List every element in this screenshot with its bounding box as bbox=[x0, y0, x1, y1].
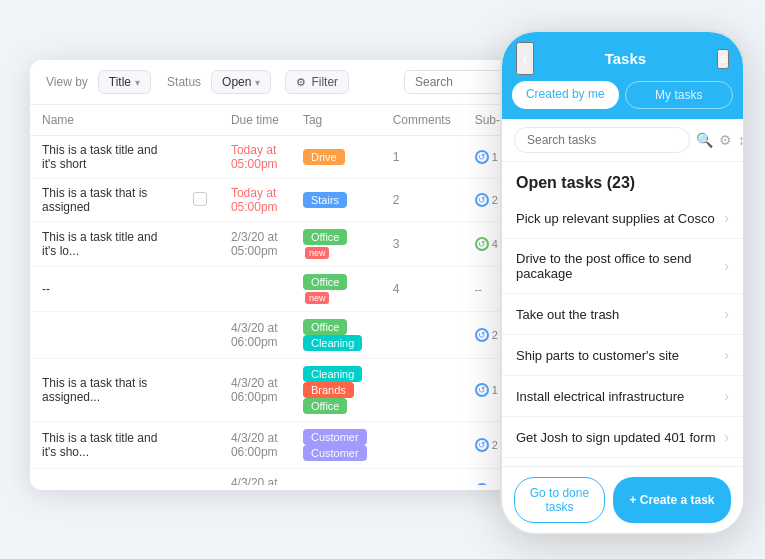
task-checkbox-cell bbox=[181, 359, 219, 422]
task-tags: Stairs bbox=[291, 179, 381, 222]
filter-icon-mobile[interactable]: ⚙ bbox=[719, 132, 732, 148]
comments-count bbox=[381, 422, 463, 469]
desktop-panel: View by Title ▾ Status Open ▾ ⚙ Filter N… bbox=[30, 60, 540, 490]
list-item[interactable]: Drive to the post office to send pacakag… bbox=[502, 239, 743, 294]
task-name: This is a task title and it's sho... bbox=[30, 422, 181, 469]
subtask-icon: ↺ bbox=[475, 438, 489, 452]
list-item[interactable]: Take out the trash› bbox=[502, 294, 743, 335]
task-checkbox-cell bbox=[181, 469, 219, 486]
list-item[interactable]: Install electrical infrastructure› bbox=[502, 376, 743, 417]
new-badge: new bbox=[305, 292, 330, 304]
list-item[interactable]: This is a task title and it's short› bbox=[502, 458, 743, 466]
task-checkbox-cell bbox=[181, 267, 219, 312]
table-row[interactable]: This is a task title and it's shortToday… bbox=[30, 136, 540, 179]
task-tags: Drive bbox=[291, 136, 381, 179]
mobile-search-input[interactable] bbox=[514, 127, 690, 153]
task-label: Ship parts to customer's site bbox=[516, 348, 724, 363]
task-checkbox-cell bbox=[181, 179, 219, 222]
comments-count: 2 bbox=[381, 179, 463, 222]
table-row[interactable]: This is a task title and it's lo...2/3/2… bbox=[30, 222, 540, 267]
tag-pill: Customer bbox=[303, 429, 367, 445]
tag-pill: Customer bbox=[303, 445, 367, 461]
due-time bbox=[219, 267, 291, 312]
subtask-icon: ↺ bbox=[475, 237, 489, 251]
chevron-right-icon: › bbox=[724, 258, 729, 274]
list-item[interactable]: Get Josh to sign updated 401 form› bbox=[502, 417, 743, 458]
tag-pill: Office bbox=[303, 319, 348, 335]
create-task-button[interactable]: + Create a task bbox=[613, 477, 731, 523]
menu-button[interactable]: ≡ bbox=[717, 49, 729, 69]
task-tags: Officenew bbox=[291, 222, 381, 267]
view-by-label: View by bbox=[46, 75, 88, 89]
status-dropdown[interactable]: Open ▾ bbox=[211, 70, 271, 94]
filter-icon: ⚙ bbox=[296, 76, 306, 89]
task-label: Take out the trash bbox=[516, 307, 724, 322]
chevron-right-icon: › bbox=[724, 210, 729, 226]
subtask-icon: ↺ bbox=[475, 483, 489, 485]
tag-pill: Drive bbox=[303, 149, 345, 165]
comments-count: 1 bbox=[381, 136, 463, 179]
phone-footer: Go to done tasks + Create a task bbox=[502, 466, 743, 533]
search-bar: 🔍 ⚙ ↕ ⇅ bbox=[502, 119, 743, 162]
title-dropdown[interactable]: Title ▾ bbox=[98, 70, 151, 94]
back-button[interactable]: ‹ bbox=[516, 42, 534, 75]
chevron-right-icon: › bbox=[724, 429, 729, 445]
task-name: Even more tasks title bbox=[30, 469, 181, 486]
table-row[interactable]: 4/3/20 at 06:00pmOfficeCleaning↺2 / 6 bbox=[30, 312, 540, 359]
list-item[interactable]: Ship parts to customer's site› bbox=[502, 335, 743, 376]
chevron-right-icon: › bbox=[724, 306, 729, 322]
task-checkbox-cell bbox=[181, 312, 219, 359]
comments-count: 6 bbox=[381, 469, 463, 486]
col-tag: Tag bbox=[291, 105, 381, 136]
list-item[interactable]: Pick up relevant supplies at Cosco› bbox=[502, 198, 743, 239]
task-name: -- bbox=[30, 267, 181, 312]
table-row[interactable]: This is a task title and it's sho...4/3/… bbox=[30, 422, 540, 469]
filter-button[interactable]: ⚙ Filter bbox=[285, 70, 349, 94]
table-row[interactable]: This is a task that is assigned...4/3/20… bbox=[30, 359, 540, 422]
col-due: Due time bbox=[219, 105, 291, 136]
toolbar: View by Title ▾ Status Open ▾ ⚙ Filter bbox=[30, 60, 540, 105]
due-time: 4/3/20 at 06:00pm bbox=[219, 469, 291, 486]
task-tags: -- bbox=[291, 469, 381, 486]
tag-pill: Office bbox=[303, 229, 348, 245]
task-label: Pick up relevant supplies at Cosco bbox=[516, 211, 724, 226]
table-row[interactable]: Even more tasks title4/3/20 at 06:00pm--… bbox=[30, 469, 540, 486]
task-checkbox[interactable] bbox=[193, 192, 207, 206]
subtask-icon: ↺ bbox=[475, 328, 489, 342]
task-name: This is a task title and it's lo... bbox=[30, 222, 181, 267]
tag-pill: Brands bbox=[303, 382, 354, 398]
subtask-icon: ↺ bbox=[475, 150, 489, 164]
phone-wrapper: ‹ Tasks ≡ Created by me My tasks 🔍 ⚙ ↕ ⇅… bbox=[500, 30, 745, 540]
subtask-icon: ↺ bbox=[475, 193, 489, 207]
task-checkbox-cell bbox=[181, 136, 219, 179]
chevron-right-icon: › bbox=[724, 347, 729, 363]
chevron-right-icon: › bbox=[724, 388, 729, 404]
subtask-icon: ↺ bbox=[475, 383, 489, 397]
col-comments: Comments bbox=[381, 105, 463, 136]
tab-my-tasks[interactable]: My tasks bbox=[625, 81, 734, 109]
task-tags: CustomerCustomer bbox=[291, 422, 381, 469]
sort-icon[interactable]: ↕ bbox=[738, 132, 743, 148]
search-icon[interactable]: 🔍 bbox=[696, 132, 713, 148]
comments-count bbox=[381, 359, 463, 422]
phone-header: ‹ Tasks ≡ bbox=[502, 32, 743, 75]
open-tasks-header: Open tasks (23) bbox=[502, 162, 743, 198]
due-time: 4/3/20 at 06:00pm bbox=[219, 359, 291, 422]
task-tags: CleaningBrandsOffice bbox=[291, 359, 381, 422]
table-row[interactable]: --Officenew4-- bbox=[30, 267, 540, 312]
go-to-done-button[interactable]: Go to done tasks bbox=[514, 477, 605, 523]
task-label: Drive to the post office to send pacakag… bbox=[516, 251, 724, 281]
due-time: 4/3/20 at 06:00pm bbox=[219, 422, 291, 469]
comments-count: 4 bbox=[381, 267, 463, 312]
task-name: This is a task title and it's short bbox=[30, 136, 181, 179]
col-check bbox=[181, 105, 219, 136]
tag-pill: Cleaning bbox=[303, 366, 362, 382]
tab-created-by-me[interactable]: Created by me bbox=[512, 81, 619, 109]
due-time: Today at 05:00pm bbox=[219, 179, 291, 222]
new-badge: new bbox=[305, 247, 330, 259]
task-name bbox=[30, 312, 181, 359]
task-name: This is a task that is assigned... bbox=[30, 359, 181, 422]
task-checkbox-cell bbox=[181, 222, 219, 267]
due-time: Today at 05:00pm bbox=[219, 136, 291, 179]
table-row[interactable]: This is a task that is assignedToday at … bbox=[30, 179, 540, 222]
